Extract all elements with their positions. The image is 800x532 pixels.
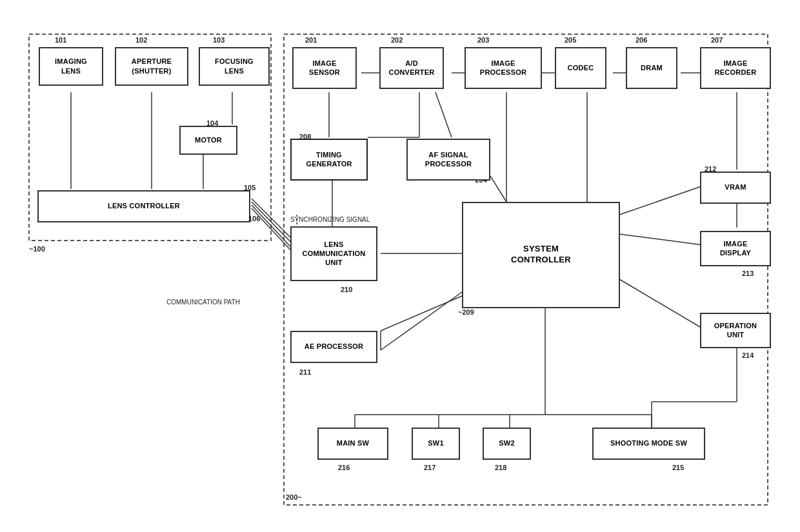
- label-200: 200~: [286, 493, 302, 501]
- label-216: 216: [338, 464, 350, 471]
- label-207: 207: [711, 36, 723, 44]
- block-sw2: SW2: [483, 428, 531, 460]
- motor-label: MOTOR: [195, 135, 222, 144]
- aperture-label: APERTURE(SHUTTER): [132, 57, 172, 75]
- label-213: 213: [742, 270, 754, 277]
- block-aperture: APERTURE(SHUTTER): [115, 47, 188, 86]
- block-lens-controller: LENS CONTROLLER: [37, 190, 250, 222]
- label-102: 102: [135, 36, 147, 44]
- label-100: ~100: [29, 245, 45, 253]
- block-system-controller: SYSTEMCONTROLLER: [462, 202, 620, 308]
- block-ae-processor: AE PROCESSOR: [290, 331, 377, 363]
- block-dram: DRAM: [626, 47, 677, 89]
- focusing-lens-label: FOCUSINGLENS: [215, 57, 254, 75]
- label-211: 211: [299, 368, 311, 376]
- block-image-display: IMAGEDISPLAY: [700, 231, 771, 266]
- sync-signal-label: SYNCHRONIZING SIGNAL: [290, 216, 370, 223]
- block-codec: CODEC: [555, 47, 606, 89]
- svg-line-29: [619, 279, 703, 329]
- block-lens-comm-unit: LENSCOMMUNICATIONUNIT: [290, 226, 377, 281]
- image-sensor-label: IMAGESENSOR: [309, 59, 340, 77]
- label-103: 103: [213, 36, 225, 44]
- svg-line-28: [619, 234, 703, 245]
- block-image-sensor: IMAGESENSOR: [292, 47, 357, 89]
- svg-line-18: [435, 92, 452, 137]
- system-controller-label: SYSTEMCONTROLLER: [511, 244, 571, 266]
- image-display-label: IMAGEDISPLAY: [720, 239, 751, 258]
- block-sw1: SW1: [412, 428, 460, 460]
- label-101: 101: [55, 36, 66, 44]
- label-217: 217: [424, 464, 435, 471]
- block-af-signal-processor: AF SIGNALPROCESSOR: [406, 139, 490, 181]
- block-image-processor: IMAGEPROCESSOR: [465, 47, 542, 89]
- sw2-label: SW2: [499, 438, 515, 448]
- codec-label: CODEC: [568, 63, 594, 72]
- main-sw-label: MAIN SW: [337, 438, 369, 448]
- label-214: 214: [742, 351, 754, 359]
- block-vram: VRAM: [700, 172, 771, 204]
- label-209: ~209: [458, 308, 474, 316]
- image-recorder-label: IMAGERECORDER: [715, 59, 757, 77]
- lens-controller-label: LENS CONTROLLER: [108, 201, 180, 210]
- diagram: 101 IMAGINGLENS 102 APERTURE(SHUTTER) 10…: [19, 15, 781, 518]
- svg-line-21: [490, 176, 506, 202]
- block-main-sw: MAIN SW: [317, 428, 388, 460]
- label-201: 201: [305, 36, 317, 44]
- block-shooting-mode-sw: SHOOTING MODE SW: [592, 428, 705, 460]
- sw1-label: SW1: [428, 438, 444, 448]
- label-215: 215: [672, 464, 684, 471]
- svg-line-24: [381, 286, 471, 350]
- label-202: 202: [391, 36, 403, 44]
- block-operation-unit: OPERATIONUNIT: [700, 313, 771, 348]
- shooting-mode-sw-label: SHOOTING MODE SW: [610, 438, 687, 448]
- af-signal-processor-label: AF SIGNALPROCESSOR: [425, 150, 472, 169]
- imaging-lens-label: IMAGINGLENS: [55, 57, 87, 75]
- timing-generator-label: TIMINGGENERATOR: [306, 150, 352, 169]
- operation-unit-label: OPERATIONUNIT: [714, 321, 757, 340]
- label-210: 210: [341, 286, 352, 293]
- svg-line-27: [619, 186, 703, 215]
- vram-label: VRAM: [725, 182, 746, 192]
- lens-comm-unit-label: LENSCOMMUNICATIONUNIT: [303, 240, 366, 268]
- block-ad-converter: A/DCONVERTER: [379, 47, 444, 89]
- label-218: 218: [495, 464, 506, 471]
- label-106: 106: [248, 215, 260, 222]
- label-205: 205: [565, 36, 576, 44]
- dram-label: DRAM: [641, 63, 663, 72]
- label-206: 206: [635, 36, 647, 44]
- block-imaging-lens: IMAGINGLENS: [39, 47, 103, 86]
- image-processor-label: IMAGEPROCESSOR: [480, 59, 526, 77]
- ae-processor-label: AE PROCESSOR: [305, 342, 363, 351]
- block-image-recorder: IMAGERECORDER: [700, 47, 771, 89]
- block-focusing-lens: FOCUSINGLENS: [199, 47, 270, 86]
- svg-line-26: [381, 292, 471, 331]
- block-timing-generator: TIMINGGENERATOR: [290, 139, 368, 181]
- label-203: 203: [477, 36, 489, 44]
- ad-converter-label: A/DCONVERTER: [388, 59, 434, 77]
- block-motor: MOTOR: [179, 126, 237, 155]
- comm-path-label: COMMUNICATION PATH: [166, 299, 240, 306]
